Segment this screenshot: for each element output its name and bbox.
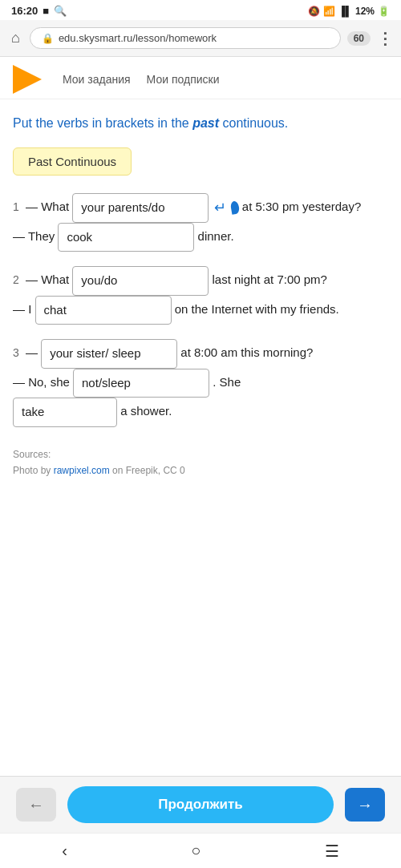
drop-cursor-1 [229, 201, 240, 215]
ex1-dinner: dinner. [198, 229, 234, 243]
instruction-italic: past [192, 116, 219, 130]
ex1-input-parents-do[interactable]: your parents/do [72, 193, 209, 223]
ex3-she: . She [213, 375, 241, 389]
wifi-icon: 📶 [323, 6, 335, 17]
exercise-item-1: 1 — What your parents/do ↵ at 5:30 pm ye… [13, 193, 388, 252]
signal-icon: ▐▌ [338, 6, 352, 17]
battery-icon: 🔋 [378, 6, 390, 17]
instruction-part2: continuous. [219, 116, 288, 130]
instruction-part1: Put the verbs in brackets in the [13, 116, 192, 130]
main-content: Put the verbs in brackets in the past co… [0, 99, 401, 490]
battery: 12% [355, 6, 375, 17]
sources-link[interactable]: rawpixel.com [54, 465, 110, 476]
sources-photo: Photo by rawpixel.com on Freepik, CC 0 [13, 462, 388, 478]
mute-icon: 🔕 [308, 6, 320, 17]
lock-icon: 🔒 [42, 33, 54, 44]
ex3-input-sister-sleep[interactable]: your sister/ sleep [41, 339, 177, 369]
tab-count-badge[interactable]: 60 [347, 31, 371, 46]
ex3-input-not-sleep[interactable]: not/sleep [73, 369, 209, 398]
android-home-button[interactable]: ○ [175, 837, 217, 865]
url-bar[interactable]: 🔒 edu.skysmart.ru/lesson/homework [30, 27, 341, 49]
search-status-icon: 🔍 [54, 5, 67, 17]
forward-button[interactable]: → [345, 788, 385, 822]
status-left: 16:20 ■ 🔍 [11, 5, 67, 17]
ex2-internet: on the Internet with my friends. [175, 302, 339, 316]
ex1-they: — They [13, 229, 58, 243]
time: 16:20 [11, 5, 38, 17]
enter-icon-1: ↵ [214, 194, 226, 221]
exercise-number-3: 3 [13, 346, 19, 359]
ex3-shower: a shower. [120, 404, 172, 418]
exercise-section: 1 — What your parents/do ↵ at 5:30 pm ye… [13, 193, 388, 427]
bottom-nav: ← Продолжить → [0, 776, 401, 833]
ex2-what: — What [26, 273, 72, 286]
sources-section: Sources: Photo by rawpixel.com on Freepi… [13, 446, 388, 479]
ex3-input-take[interactable]: take [13, 398, 117, 427]
exercise-item-2: 2 — What you/do last night at 7:00 pm? —… [13, 266, 388, 325]
ex3-no-she: — No, she [13, 375, 73, 389]
tag-past-continuous: Past Continuous [13, 147, 132, 176]
exercise-number-2: 2 [13, 273, 19, 286]
ex2-last-night: last night at 7:00 pm? [213, 273, 327, 286]
status-right: 🔕 📶 ▐▌ 12% 🔋 [308, 6, 390, 17]
android-recents-button[interactable]: ☰ [309, 837, 355, 866]
url-text: edu.skysmart.ru/lesson/homework [59, 32, 217, 44]
sources-label: Sources: [13, 446, 388, 462]
browser-menu-icon[interactable]: ⋮ [377, 29, 393, 48]
record-icon: ■ [43, 5, 49, 17]
nav-tabs: Мои задания Мои подписки [0, 57, 401, 99]
exercise-item-3: 3 — your sister/ sleep at 8:00 am this m… [13, 339, 388, 427]
brand-logo-icon [13, 65, 42, 94]
ex2-input-you-do[interactable]: you/do [72, 266, 209, 296]
ex1-input-cook[interactable]: cook [58, 223, 194, 252]
continue-button[interactable]: Продолжить [67, 786, 334, 823]
home-icon[interactable]: ⌂ [8, 26, 23, 50]
ex2-i: — I [13, 302, 35, 316]
exercise-number-1: 1 [13, 200, 19, 213]
nav-my-subscriptions[interactable]: Мои подписки [147, 73, 220, 86]
android-back-button[interactable]: ‹ [46, 837, 83, 865]
android-nav-bar: ‹ ○ ☰ [0, 833, 401, 868]
status-bar: 16:20 ■ 🔍 🔕 📶 ▐▌ 12% 🔋 [0, 0, 401, 20]
ex3-dash: — [26, 345, 41, 359]
ex1-text-time: at 5:30 pm yesterday? [242, 200, 361, 213]
back-button[interactable]: ← [16, 788, 56, 822]
nav-my-tasks[interactable]: Мои задания [63, 73, 131, 86]
instruction-text: Put the verbs in brackets in the past co… [13, 114, 388, 133]
browser-bar: ⌂ 🔒 edu.skysmart.ru/lesson/homework 60 ⋮ [0, 20, 401, 57]
ex2-input-chat[interactable]: chat [35, 296, 172, 325]
ex1-dash-what: — What [26, 200, 72, 213]
ex3-time: at 8:00 am this morning? [180, 345, 313, 359]
